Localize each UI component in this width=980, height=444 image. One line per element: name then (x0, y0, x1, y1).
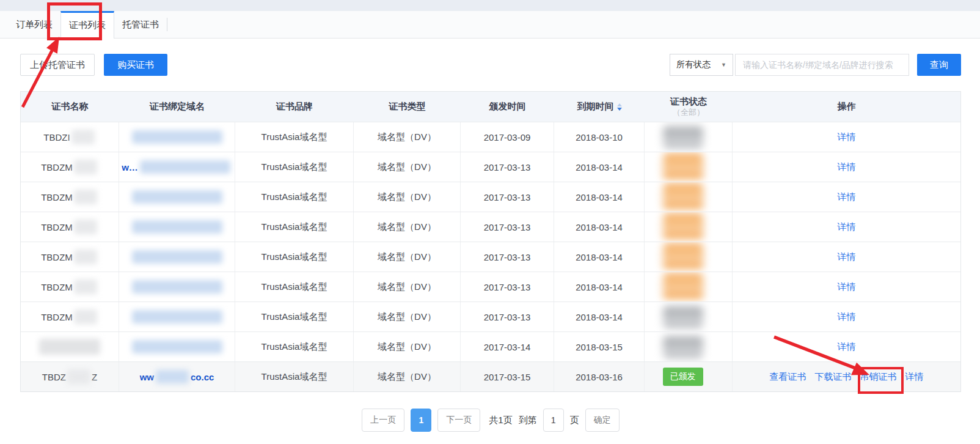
cert-type-cell: 域名型（DV） (354, 272, 461, 302)
cert-type-cell: 域名型（DV） (354, 242, 461, 272)
redacted-domain (132, 250, 222, 264)
redacted-status (663, 183, 703, 210)
cert-brand-cell: TrustAsia域名型 (235, 332, 354, 361)
redacted-status (663, 305, 703, 328)
cert-type-cell: 域名型（DV） (354, 212, 461, 242)
redacted-status (663, 125, 703, 149)
table-row: TrustAsia域名型域名型（DV）2017-03-142018-03-15详… (21, 331, 960, 361)
redacted-name (74, 190, 97, 204)
status-cell (645, 122, 733, 152)
cert-brand-cell: TrustAsia域名型 (235, 152, 354, 182)
cert-name-cell: TBDZI (21, 122, 119, 152)
detail-link[interactable]: 详情 (838, 131, 856, 143)
issue-date-cell: 2017-03-13 (461, 242, 554, 272)
redacted-name (74, 220, 97, 234)
certificate-table: 证书名称 证书绑定域名 证书品牌 证书类型 颁发时间 到期时间 证书状态 （全部… (20, 91, 961, 392)
search-input[interactable] (735, 54, 909, 76)
expiry-date-cell: 2018-03-16 (554, 362, 645, 391)
download-cert-link[interactable]: 下载证书 (815, 371, 852, 383)
expiry-date-cell: 2018-03-10 (554, 122, 645, 152)
goto-page-label: 到第 (519, 415, 537, 426)
sort-icon[interactable] (617, 103, 622, 111)
header-expiry-date[interactable]: 到期时间 (554, 101, 645, 113)
detail-link[interactable]: 详情 (838, 281, 856, 293)
cert-brand-cell: TrustAsia域名型 (235, 302, 354, 331)
header-status[interactable]: 证书状态 （全部） (645, 96, 733, 117)
buy-cert-button[interactable]: 购买证书 (104, 54, 167, 76)
cert-name-cell: TBDZM (21, 242, 119, 272)
prev-page-button[interactable]: 上一页 (362, 409, 404, 432)
view-cert-link[interactable]: 查看证书 (770, 371, 806, 383)
expiry-date-cell: 2018-03-14 (554, 272, 645, 302)
redacted-name (74, 279, 97, 294)
header-domain: 证书绑定域名 (119, 101, 235, 113)
cert-name-cell: TBDZM (21, 212, 119, 242)
cert-domain-cell: w… (119, 152, 235, 182)
status-cell (645, 302, 733, 331)
table-header: 证书名称 证书绑定域名 证书品牌 证书类型 颁发时间 到期时间 证书状态 （全部… (21, 92, 960, 122)
issue-date-cell: 2017-03-15 (461, 362, 554, 391)
detail-link[interactable]: 详情 (838, 161, 856, 173)
table-row: TBDZMTrustAsia域名型域名型（DV）2017-03-132018-0… (21, 242, 960, 272)
cert-domain-cell (119, 242, 235, 272)
actions-cell: 详情 (733, 242, 960, 272)
redacted-name (74, 250, 97, 264)
redacted-status (663, 154, 703, 180)
cert-brand-cell: TrustAsia域名型 (235, 122, 354, 152)
query-button[interactable]: 查询 (917, 54, 961, 76)
top-strip (0, 0, 980, 11)
chevron-down-icon: ▼ (721, 62, 726, 68)
status-cell (645, 182, 733, 212)
table-row: TBDZITrustAsia域名型域名型（DV）2017-03-092018-0… (21, 122, 960, 152)
actions-cell: 查看证书下载证书吊销证书详情 (733, 362, 960, 391)
goto-page-input[interactable] (543, 409, 564, 432)
actions-cell: 详情 (733, 302, 960, 331)
detail-link[interactable]: 详情 (838, 191, 856, 203)
next-page-button[interactable]: 下一页 (437, 409, 480, 432)
confirm-button[interactable]: 确定 (585, 409, 620, 432)
expiry-label: 到期时间 (577, 101, 614, 113)
redacted-name (74, 160, 97, 174)
cert-name-cell: TBDZZ (21, 362, 119, 391)
page-total-text: 共1页 (489, 415, 512, 426)
issue-date-cell: 2017-03-13 (461, 302, 554, 331)
table-body: TBDZITrustAsia域名型域名型（DV）2017-03-092018-0… (21, 122, 960, 391)
detail-link[interactable]: 详情 (838, 221, 856, 233)
table-row: TBDZMw…TrustAsia域名型域名型（DV）2017-03-132018… (21, 152, 960, 182)
cert-brand-cell: TrustAsia域名型 (235, 242, 354, 272)
expiry-date-cell: 2018-03-14 (554, 182, 645, 212)
expiry-date-cell: 2018-03-14 (554, 152, 645, 182)
redacted-status (663, 273, 703, 300)
cert-name-cell: TBDZM (21, 182, 119, 212)
detail-link[interactable]: 详情 (838, 341, 856, 353)
expiry-date-cell: 2018-03-14 (554, 242, 645, 272)
expiry-date-cell: 2018-03-14 (554, 212, 645, 242)
status-filter-all: （全部） (673, 108, 704, 117)
status-filter-select[interactable]: 所有状态 ▼ (670, 54, 733, 76)
page-number-button[interactable]: 1 (411, 409, 431, 432)
detail-link[interactable]: 详情 (838, 251, 856, 263)
status-cell (645, 152, 733, 182)
toolbar: 上传托管证书 购买证书 所有状态 ▼ 查询 (0, 39, 980, 76)
redacted-name (74, 309, 97, 324)
actions-cell: 详情 (733, 182, 960, 212)
redacted-name (67, 369, 90, 384)
cert-domain-cell (119, 212, 235, 242)
detail-link[interactable]: 详情 (838, 311, 856, 323)
tab-certificate-list[interactable]: 证书列表 (60, 11, 114, 39)
issue-date-cell: 2017-03-13 (461, 272, 554, 302)
cert-domain-cell (119, 182, 235, 212)
status-label: 证书状态 (670, 96, 707, 106)
search-area: 所有状态 ▼ 查询 (670, 54, 961, 76)
header-issue-date: 颁发时间 (461, 101, 554, 113)
tab-order-list[interactable]: 订单列表 (8, 11, 60, 38)
issue-date-cell: 2017-03-14 (461, 332, 554, 361)
revoke-cert-link[interactable]: 吊销证书 (860, 371, 897, 383)
upload-hosted-cert-button[interactable]: 上传托管证书 (20, 54, 95, 76)
cert-name-cell: TBDZM (21, 302, 119, 331)
tab-hosted-certificates[interactable]: 托管证书 (114, 11, 167, 38)
detail-link[interactable]: 详情 (905, 371, 924, 383)
cert-domain-cell (119, 302, 235, 331)
cert-name-cell: TBDZM (21, 272, 119, 302)
cert-domain-cell (119, 272, 235, 302)
